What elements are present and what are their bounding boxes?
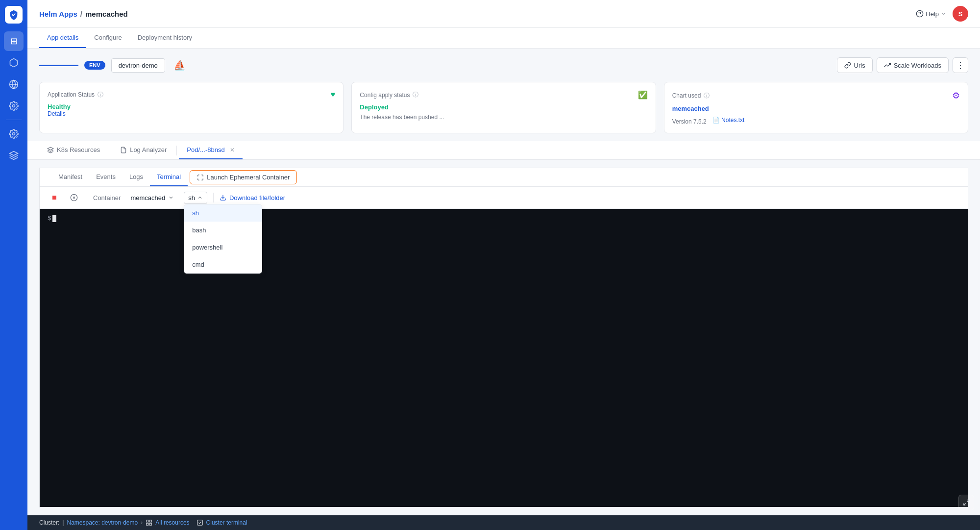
help-label: Help <box>926 10 939 18</box>
env-name: devtron-demo <box>111 58 165 73</box>
shell-dropdown: sh bash powershell cmd <box>184 204 262 274</box>
svg-rect-11 <box>147 520 148 522</box>
chart-gear-icon: ⚙ <box>952 90 960 101</box>
svg-marker-4 <box>10 151 18 155</box>
launch-icon <box>197 174 204 181</box>
chevron-up-icon <box>197 195 203 201</box>
check-icon: ✅ <box>638 90 648 100</box>
app-status-value: Healthy <box>48 103 335 110</box>
app-status-link[interactable]: Details <box>48 110 335 117</box>
sidebar-icon-layers[interactable] <box>4 146 24 165</box>
info-icon-app-status: ⓘ <box>98 91 103 99</box>
scale-icon <box>884 62 891 69</box>
shell-select[interactable]: sh <box>184 192 207 204</box>
sub-tab-terminal[interactable]: Terminal <box>150 168 188 186</box>
sidebar-icon-globe[interactable] <box>4 75 24 94</box>
urls-button[interactable]: Urls <box>837 57 873 73</box>
svg-point-7 <box>71 194 77 201</box>
terminal-dollar: $ <box>48 215 51 222</box>
card-header-app-status: Application Status ⓘ ♥ <box>48 90 335 99</box>
tab-log-analyzer[interactable]: Log Analyzer <box>112 141 174 159</box>
terminal-cursor <box>52 215 56 222</box>
chart-used-card: Chart used ⓘ ⚙ memcached Version 7.5.2 📄… <box>664 82 968 133</box>
download-label: Download file/folder <box>229 194 285 202</box>
sub-tab-logs[interactable]: Logs <box>122 168 150 186</box>
tab-pod[interactable]: Pod/...-8bnsd ✕ <box>179 141 242 159</box>
help-icon <box>916 10 924 18</box>
launch-ephemeral-button[interactable]: Launch Ephemeral Container <box>190 170 297 184</box>
shell-option-powershell[interactable]: powershell <box>184 239 262 256</box>
container-select[interactable]: memcached <box>126 192 178 203</box>
sub-tab-events[interactable]: Events <box>89 168 122 186</box>
container-name: memcached <box>130 194 165 202</box>
shell-option-sh[interactable]: sh <box>184 204 262 222</box>
sub-tabs: Manifest Events Logs Terminal Launch Eph… <box>40 168 968 187</box>
tab-pod-close[interactable]: ✕ <box>230 147 235 153</box>
app-status-title: Application Status <box>48 91 95 98</box>
breadcrumb-current: memcached <box>85 10 128 18</box>
namespace-link[interactable]: Namespace: devtron-demo <box>67 519 138 526</box>
tab-app-details[interactable]: App details <box>39 28 86 48</box>
toolbar-separator-2 <box>213 193 214 202</box>
chevron-down-icon <box>941 11 947 17</box>
sidebar-icon-cube[interactable] <box>4 53 24 73</box>
user-avatar[interactable]: S <box>953 6 968 22</box>
sidebar-icon-grid[interactable]: ⊞ <box>4 31 24 51</box>
env-bar: ENV devtron-demo ⛵ Urls Scale Workload <box>39 56 968 74</box>
shell-value: sh <box>188 194 195 202</box>
config-status-detail: The release has been pushed ... <box>360 114 647 121</box>
stop-button[interactable] <box>48 191 61 204</box>
chevron-right-icon: › <box>141 519 143 526</box>
pause-button[interactable] <box>67 191 81 204</box>
help-button[interactable]: Help <box>916 10 947 18</box>
tab-log-label: Log Analyzer <box>130 146 167 153</box>
scale-label: Scale Workloads <box>894 62 941 69</box>
download-button[interactable]: Download file/folder <box>220 194 285 202</box>
pause-icon <box>70 194 78 202</box>
breadcrumb-link[interactable]: Helm Apps <box>39 10 77 18</box>
notes-link[interactable]: 📄 Notes.txt <box>712 117 745 124</box>
terminal-status-icon <box>196 519 203 526</box>
more-options-button[interactable]: ⋮ <box>953 57 968 73</box>
config-apply-status-card: Config apply status ⓘ ✅ Deployed The rel… <box>351 82 656 133</box>
breadcrumb: Helm Apps / memcached <box>39 10 128 18</box>
info-icon-config-status: ⓘ <box>413 91 418 99</box>
sidebar-icon-settings[interactable] <box>4 124 24 144</box>
container-label: Container <box>93 194 121 202</box>
config-status-value: Deployed <box>360 103 647 111</box>
chart-version: Version 7.5.2 <box>672 118 707 125</box>
cluster-terminal-link[interactable]: Cluster terminal <box>206 519 247 526</box>
info-icon-chart: ⓘ <box>704 92 710 100</box>
status-bar: Cluster: | Namespace: devtron-demo › All… <box>27 515 980 530</box>
sub-tab-manifest[interactable]: Manifest <box>51 168 89 186</box>
tab-k8s-resources[interactable]: K8s Resources <box>39 141 108 159</box>
tab-k8s-label: K8s Resources <box>57 146 100 153</box>
nav-tabs: App details Configure Deployment history <box>27 28 980 49</box>
tab-configure[interactable]: Configure <box>86 28 129 48</box>
header-actions: Help S <box>916 6 968 22</box>
all-resources-link[interactable]: All resources <box>155 519 189 526</box>
k8s-icon <box>47 147 54 153</box>
scale-workloads-button[interactable]: Scale Workloads <box>877 57 949 73</box>
sidebar-icon-gear[interactable] <box>4 96 24 116</box>
svg-point-2 <box>13 105 15 107</box>
all-resources-icon <box>146 519 152 526</box>
terminal[interactable]: $ <box>40 209 968 507</box>
status-cards: Application Status ⓘ ♥ Healthy Details C… <box>39 82 968 133</box>
sidebar-logo[interactable] <box>5 6 23 24</box>
link-icon <box>844 62 851 69</box>
card-header-config-status: Config apply status ⓘ ✅ <box>360 90 647 100</box>
shell-option-cmd[interactable]: cmd <box>184 256 262 273</box>
env-badge: ENV <box>84 61 105 70</box>
sidebar: ⊞ <box>0 0 27 530</box>
expand-icon <box>963 499 970 506</box>
chart-name-value: memcached <box>672 105 960 112</box>
shell-option-bash[interactable]: bash <box>184 222 262 239</box>
expand-button[interactable] <box>958 495 974 510</box>
config-status-title: Config apply status <box>360 92 410 99</box>
launch-label: Launch Ephemeral Container <box>207 174 290 181</box>
tab-pod-label: Pod/...-8bnsd <box>187 146 224 153</box>
chart-title: Chart used <box>672 92 701 99</box>
tab-deployment-history[interactable]: Deployment history <box>130 28 200 48</box>
chevron-down-container-icon <box>168 195 174 201</box>
